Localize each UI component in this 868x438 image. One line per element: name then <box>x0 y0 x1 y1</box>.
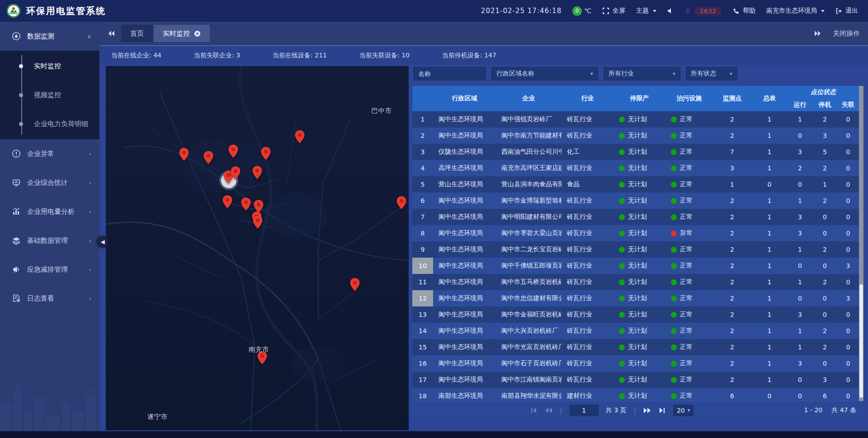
cell-lost: 0 <box>837 209 859 225</box>
sidebar-item-label: 视频监控 <box>34 91 61 99</box>
logout-button[interactable]: 退出 <box>835 7 858 15</box>
map-pin-icon[interactable] <box>179 148 189 161</box>
page-size-select[interactable]: 20 ▾ <box>673 405 693 416</box>
status-dot-icon <box>671 133 677 139</box>
cell-monitor: 2 <box>713 290 751 306</box>
table-row[interactable]: 11阆中生态环境局阆中市五马桥页岩机砖砖瓦行业无计划正常21120 <box>412 274 859 290</box>
table-row[interactable]: 4高坪生态环境局南充市高坪区王家店建砖瓦行业无计划正常31220 <box>412 160 859 176</box>
status-dot-icon <box>619 296 625 301</box>
page-number-input[interactable] <box>570 405 599 416</box>
map-pin-icon[interactable] <box>254 200 264 213</box>
mute-button[interactable] <box>667 8 674 14</box>
table-row[interactable]: 13阆中生态环境局阆中市金福旺页岩机砖砖瓦行业无计划正常21300 <box>412 306 859 323</box>
table-row[interactable]: 12阆中生态环境局阆中市忠信建材有限公砖瓦行业无计划正常21003 <box>412 290 859 306</box>
region-filter-select[interactable]: 行政区域名称 ▾ <box>491 66 599 81</box>
table-row[interactable]: 2阆中生态环境局阆中市南方节能建材有砖瓦行业无计划正常21030 <box>412 127 859 144</box>
sidebar-group-5[interactable]: 基础数据管理‹ <box>0 226 99 255</box>
tabs-scroll-right-icon[interactable] <box>814 30 821 37</box>
table-row[interactable]: 5营山生态环境局营山县润丰肉食品有限食品无计划正常10010 <box>412 176 859 193</box>
sidebar-group-7[interactable]: 日志查看‹ <box>0 284 99 313</box>
record-total-label: 共 47 条 <box>831 406 856 414</box>
map-pin-icon[interactable] <box>228 145 238 158</box>
cell-company: 南部县翔华水泥有限公 <box>496 388 561 401</box>
cell-index: 4 <box>412 160 433 176</box>
bar-chart-icon <box>12 207 21 216</box>
first-page-button[interactable] <box>530 407 537 414</box>
table-row[interactable]: 10阆中生态环境局阆中千佛镇五郎垭页岩砖瓦行业无计划正常21003 <box>412 258 859 274</box>
region-filter-value: 行政区域名称 <box>496 70 534 78</box>
sidebar-group-3[interactable]: 企业综合统计‹ <box>0 168 99 197</box>
table-row[interactable]: 1阆中生态环境局阆中强锐页岩砖厂砖瓦行业无计划正常21120 <box>412 111 859 127</box>
map-pin-icon[interactable] <box>241 198 251 211</box>
fullscreen-button[interactable]: 全屏 <box>602 7 625 15</box>
table-row[interactable]: 17阆中生态环境局阆中市江南镇阆南页岩砖瓦行业无计划正常21030 <box>412 372 859 388</box>
cell-index: 2 <box>412 127 433 144</box>
cell-facility-status: 正常 <box>665 241 713 258</box>
table-row[interactable]: 3仪陇生态环境局西南油气田分公司川中化工无计划正常71350 <box>412 144 859 160</box>
table-row[interactable]: 7阆中生态环境局阆中明阳建材有限公司砖瓦行业无计划正常21300 <box>412 209 859 225</box>
cell-limit-status: 无计划 <box>613 176 665 193</box>
name-filter-input[interactable] <box>412 66 487 81</box>
status-dot-icon <box>619 214 625 220</box>
help-button[interactable]: 帮助 <box>733 7 755 15</box>
scrollbar-thumb[interactable] <box>859 284 863 398</box>
table-scrollbar[interactable] <box>859 86 863 401</box>
brand: 环保用电监管系统 <box>6 4 106 18</box>
chevron-left-icon: ‹ <box>89 237 91 244</box>
map-pin-icon[interactable] <box>350 278 360 292</box>
column-header: 行业 <box>561 86 613 111</box>
sidebar-item-active[interactable]: 实时监控 <box>0 52 99 80</box>
table-row[interactable]: 9阆中生态环境局阆中市二龙长宝页岩砖砖瓦行业无计划正常21120 <box>412 241 859 258</box>
tabs-scroll-left-icon[interactable] <box>108 30 115 37</box>
map-pin-icon[interactable] <box>396 196 406 210</box>
industry-filter-select[interactable]: 所有行业 ▾ <box>603 66 681 81</box>
sidebar-group-4[interactable]: 企业用电量分析‹ <box>0 197 99 226</box>
cell-stop: 2 <box>812 160 837 176</box>
map-pin-icon[interactable] <box>252 166 262 179</box>
cell-total: 1 <box>751 274 788 290</box>
facility-status-text: 正常 <box>680 197 693 205</box>
chevron-down-icon <box>821 10 825 12</box>
sidebar-group-6[interactable]: 应急减排管理‹ <box>0 255 99 284</box>
cell-total: 1 <box>751 339 788 355</box>
sidebar-item-link[interactable]: 企业电力负荷明细 <box>0 109 99 138</box>
status-filter-select[interactable]: 所有状态 ▾ <box>685 66 738 81</box>
table-row[interactable]: 15阆中生态环境局阆中市光富页岩机砖厂砖瓦行业无计划正常21120 <box>412 339 859 355</box>
status-dot-icon <box>671 182 677 188</box>
tab-close-icon[interactable] <box>194 30 201 37</box>
cell-region: 阆中生态环境局 <box>433 111 496 127</box>
table-row[interactable]: 16阆中生态环境局阆中市石子页岩机砖厂砖瓦行业无计划正常21300 <box>412 355 859 372</box>
tab-item[interactable]: 首页 <box>121 25 153 42</box>
status-dot-icon <box>671 165 677 171</box>
temperature-unit: ℃ <box>584 7 591 14</box>
map-pin-icon[interactable] <box>261 147 271 160</box>
map-pin-icon[interactable] <box>295 130 305 144</box>
sidebar-item-link[interactable]: 视频监控 <box>0 80 99 109</box>
org-menu[interactable]: 南充市生态环境局 <box>766 7 825 15</box>
map-pin-icon[interactable] <box>203 151 213 165</box>
stat-item: 当前在线企业: 44 <box>111 52 161 60</box>
close-operations-button[interactable]: 关闭操作 <box>833 29 860 38</box>
cell-run: 0 <box>788 290 812 306</box>
notifications[interactable]: 2632 <box>684 7 722 15</box>
theme-menu[interactable]: 主题 <box>636 7 656 15</box>
table-row[interactable]: 14阆中生态环境局阆中大兴页岩机砖厂砖瓦行业无计划正常21120 <box>412 323 859 339</box>
map-collapse-toggle[interactable]: ◀ <box>97 236 108 248</box>
table-row[interactable]: 8阆中生态环境局阆中市枣碧大梁山页岩砖瓦行业无计划异常21300 <box>412 225 859 241</box>
map-pin-icon[interactable] <box>222 195 232 209</box>
sidebar-group-label: 企业异常 <box>27 150 83 158</box>
map-panel[interactable]: 巴中市南充市遂宁市 <box>106 66 409 430</box>
table-row[interactable]: 6阆中生态环境局阆中市金博瑞新型墙材砖瓦行业无计划正常21120 <box>412 193 859 209</box>
map-pin-icon[interactable] <box>231 166 241 180</box>
table-row[interactable]: 18南部生态环境局南部县翔华水泥有限公建材行业无计划正常60060 <box>412 388 859 401</box>
last-page-button[interactable] <box>659 407 666 414</box>
sidebar-group-1[interactable]: 数据监测∨ <box>0 22 99 51</box>
cell-lost: 0 <box>837 144 859 160</box>
status-dot-icon <box>619 198 625 204</box>
map-pin-icon[interactable] <box>253 216 263 229</box>
tab-active[interactable]: 实时监控 <box>154 25 210 42</box>
sidebar-group-2[interactable]: 企业异常‹ <box>0 139 99 168</box>
next-page-button[interactable] <box>643 407 651 414</box>
prev-page-button[interactable] <box>544 407 552 414</box>
cell-industry: 砖瓦行业 <box>561 372 613 388</box>
